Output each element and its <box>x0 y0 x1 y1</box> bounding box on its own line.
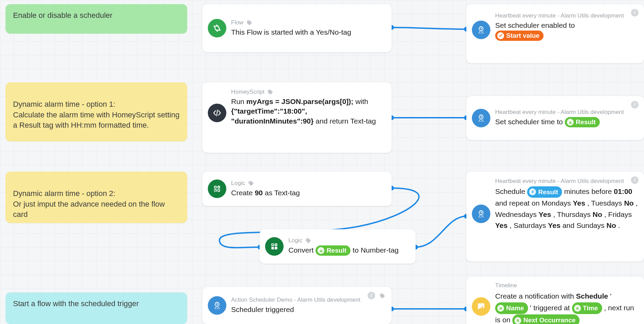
flow-canvas[interactable]: Enable or disable a scheduler Dynamic al… <box>0 0 644 324</box>
note-option-2[interactable]: Dynamic alarm time - option 2: Or just i… <box>5 172 187 223</box>
card-scheduler-triggered[interactable]: Action Scheduler Demo - Alarm Utils deve… <box>202 287 392 324</box>
card-meta: Action Scheduler Demo - Alarm Utils deve… <box>231 297 360 303</box>
card-flow-trigger[interactable]: Flow This Flow is started with a Yes/No-… <box>202 4 392 52</box>
svg-rect-19 <box>275 247 277 250</box>
tag-icon <box>267 89 273 95</box>
text-badge-icon: a <box>318 247 324 254</box>
note-option-1[interactable]: Dynamic alarm time - option 1: Calculate… <box>5 82 187 141</box>
card-logic-convert[interactable]: Logic Convert a Result to Number-tag <box>260 229 416 264</box>
tag-name[interactable]: a Name <box>495 302 528 314</box>
number-badge-icon: # <box>529 188 536 195</box>
card-text: This Flow is started with a Yes/No-tag <box>231 27 386 37</box>
card-meta: HomeyScript <box>231 89 264 95</box>
card-meta: Timeline <box>495 282 517 289</box>
notification-icon <box>472 297 490 316</box>
tag-result-number[interactable]: # Result <box>527 186 562 198</box>
tag-time[interactable]: a Time <box>572 302 602 314</box>
text-badge-icon: a <box>567 119 574 126</box>
text-badge-icon: a <box>574 305 581 312</box>
card-meta: Logic <box>288 237 302 244</box>
tag-next-occurrence[interactable]: a Next Occurrance <box>512 314 580 324</box>
tag-icon <box>305 238 311 244</box>
info-icon[interactable]: i <box>631 9 639 16</box>
logic-icon <box>265 237 284 256</box>
check-icon <box>497 32 504 39</box>
card-set-time[interactable]: Heartbeat every minute - Alarm Utils dev… <box>466 96 644 140</box>
note-start-flow[interactable]: Start a flow with the scheduled trigger <box>5 292 187 324</box>
tag-result[interactable]: a Result <box>565 117 600 127</box>
note-enable-disable[interactable]: Enable or disable a scheduler <box>5 4 187 34</box>
card-text: Scheduler triggered <box>231 305 386 314</box>
card-logic-create[interactable]: Logic Create 90 as Text-tag <box>202 172 392 206</box>
card-meta: Heartbeat every minute - Alarm Utils dev… <box>495 109 624 116</box>
svg-rect-18 <box>271 247 274 250</box>
scheduler-icon <box>472 205 490 223</box>
info-icon[interactable]: i <box>631 176 639 184</box>
tag-icon <box>248 180 254 186</box>
tag-start-value[interactable]: Start value <box>495 31 544 41</box>
note-text: Dynamic alarm time - option 2: Or just i… <box>13 189 165 219</box>
card-meta: Heartbeat every minute - Alarm Utils dev… <box>495 12 624 19</box>
card-timeline-notification[interactable]: Timeline Create a notification with Sche… <box>466 277 644 324</box>
card-meta: Flow <box>231 19 243 26</box>
pill-label: Start value <box>506 31 539 40</box>
tag-icon <box>246 20 252 26</box>
note-text: Dynamic alarm time - option 1: Calculate… <box>13 100 179 130</box>
text-badge-icon: a <box>497 305 504 312</box>
flow-icon <box>208 19 226 37</box>
scheduler-icon <box>472 21 490 39</box>
tag-result[interactable]: a Result <box>315 245 350 256</box>
note-text: Start a flow with the scheduled trigger <box>13 299 139 308</box>
card-pre: Set scheduler enabled to <box>495 21 575 29</box>
tag-icon <box>379 292 385 299</box>
note-text: Enable or disable a scheduler <box>13 11 112 20</box>
card-meta: Logic <box>231 180 245 187</box>
info-icon[interactable]: i <box>631 101 639 108</box>
card-schedule-before[interactable]: Heartbeat every minute - Alarm Utils dev… <box>466 172 644 262</box>
logic-icon <box>208 180 226 198</box>
scheduler-icon <box>208 296 226 315</box>
text-badge-icon: a <box>514 317 521 324</box>
card-set-enabled[interactable]: Heartbeat every minute - Alarm Utils dev… <box>466 4 644 63</box>
card-homeyscript[interactable]: HomeyScript Run myArgs = JSON.parse(args… <box>202 82 392 153</box>
code-icon <box>208 104 226 122</box>
card-meta: Heartbeat every minute - Alarm Utils dev… <box>495 178 624 185</box>
info-icon[interactable]: i <box>368 292 375 299</box>
scheduler-icon <box>472 109 490 127</box>
